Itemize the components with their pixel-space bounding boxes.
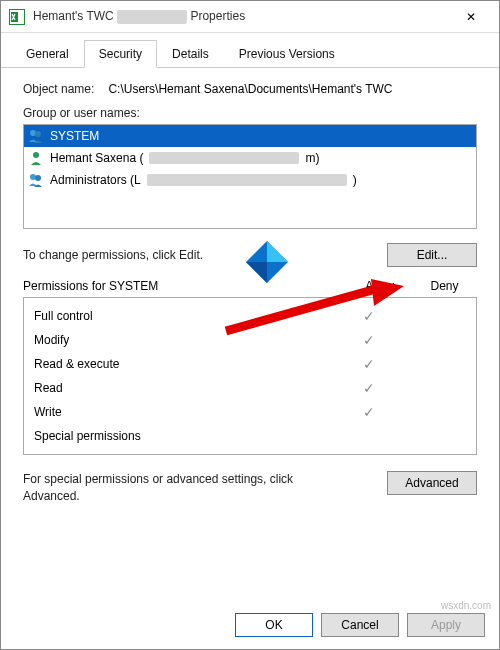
group-item-user[interactable]: Hemant Saxena ( m) xyxy=(24,147,476,169)
perm-name: Write xyxy=(34,405,336,419)
dialog-button-row: OK Cancel Apply xyxy=(235,613,485,637)
svg-point-2 xyxy=(30,130,36,136)
group-item-label: Hemant Saxena ( xyxy=(50,151,143,165)
check-icon: ✓ xyxy=(336,332,401,348)
svg-point-3 xyxy=(35,131,41,137)
group-item-label-suffix: ) xyxy=(353,173,357,187)
group-item-system[interactable]: SYSTEM xyxy=(24,125,476,147)
check-icon: ✓ xyxy=(336,404,401,420)
edit-button[interactable]: Edit... xyxy=(387,243,477,267)
excel-file-icon xyxy=(9,9,25,25)
perm-row-modify: Modify ✓ xyxy=(24,328,476,352)
security-panel: Object name: C:\Users\Hemant Saxena\Docu… xyxy=(1,68,499,513)
svg-point-4 xyxy=(33,152,39,158)
edit-hint-row: To change permissions, click Edit. Edit.… xyxy=(23,243,477,267)
svg-point-5 xyxy=(30,174,36,180)
watermark-text: wsxdn.com xyxy=(441,600,491,611)
perm-name: Full control xyxy=(34,309,336,323)
group-or-user-label: Group or user names: xyxy=(23,106,477,120)
group-item-label: SYSTEM xyxy=(50,129,99,143)
close-button[interactable]: ✕ xyxy=(451,1,491,33)
user-icon xyxy=(28,150,44,166)
group-item-administrators[interactable]: Administrators (L ) xyxy=(24,169,476,191)
ok-button[interactable]: OK xyxy=(235,613,313,637)
object-name-value: C:\Users\Hemant Saxena\Documents\Hemant'… xyxy=(108,82,477,96)
deny-column-header: Deny xyxy=(412,279,477,293)
check-icon: ✓ xyxy=(336,356,401,372)
perm-row-write: Write ✓ xyxy=(24,400,476,424)
perm-row-full-control: Full control ✓ xyxy=(24,304,476,328)
group-icon xyxy=(28,128,44,144)
tab-previous-versions[interactable]: Previous Versions xyxy=(224,40,350,68)
apply-button[interactable]: Apply xyxy=(407,613,485,637)
tab-details[interactable]: Details xyxy=(157,40,224,68)
group-item-label-suffix: m) xyxy=(305,151,319,165)
permissions-list: Full control ✓ Modify ✓ Read & execute ✓… xyxy=(23,297,477,455)
perm-name: Read xyxy=(34,381,336,395)
svg-point-6 xyxy=(35,175,41,181)
user-email-redacted xyxy=(149,152,299,164)
perm-name: Read & execute xyxy=(34,357,336,371)
advanced-row: For special permissions or advanced sett… xyxy=(23,471,477,505)
edit-hint-text: To change permissions, click Edit. xyxy=(23,248,203,262)
object-name-label: Object name: xyxy=(23,82,94,96)
perm-name: Modify xyxy=(34,333,336,347)
titlebar: Hemant's TWC Properties ✕ xyxy=(1,1,499,33)
allow-column-header: Allow xyxy=(347,279,412,293)
group-icon xyxy=(28,172,44,188)
perm-row-special: Special permissions xyxy=(24,424,476,448)
advanced-hint-text: For special permissions or advanced sett… xyxy=(23,471,303,505)
window-title: Hemant's TWC Properties xyxy=(33,9,451,24)
close-icon: ✕ xyxy=(466,10,476,24)
tab-general[interactable]: General xyxy=(11,40,84,68)
title-redacted xyxy=(117,10,187,24)
svg-rect-1 xyxy=(11,12,18,22)
tab-strip: General Security Details Previous Versio… xyxy=(1,33,499,68)
check-icon: ✓ xyxy=(336,380,401,396)
perm-row-read: Read ✓ xyxy=(24,376,476,400)
perm-name: Special permissions xyxy=(34,429,336,443)
permissions-for-label: Permissions for SYSTEM xyxy=(23,279,347,293)
advanced-button[interactable]: Advanced xyxy=(387,471,477,495)
admin-name-redacted xyxy=(147,174,347,186)
perm-row-read-execute: Read & execute ✓ xyxy=(24,352,476,376)
check-icon: ✓ xyxy=(336,308,401,324)
title-prefix: Hemant's TWC xyxy=(33,9,114,23)
group-listbox[interactable]: SYSTEM Hemant Saxena ( m) Administrators… xyxy=(23,124,477,229)
object-name-row: Object name: C:\Users\Hemant Saxena\Docu… xyxy=(23,82,477,96)
permission-header: Permissions for SYSTEM Allow Deny xyxy=(23,279,477,293)
group-item-label: Administrators (L xyxy=(50,173,141,187)
cancel-button[interactable]: Cancel xyxy=(321,613,399,637)
title-suffix: Properties xyxy=(190,9,245,23)
tab-security[interactable]: Security xyxy=(84,40,157,68)
properties-dialog: Hemant's TWC Properties ✕ General Securi… xyxy=(0,0,500,650)
